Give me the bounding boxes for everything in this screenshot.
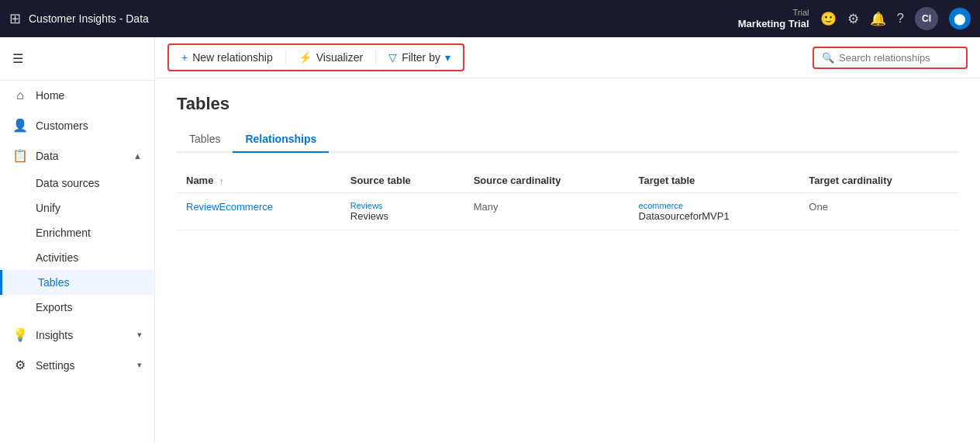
cell-name: ReviewEcommerce	[177, 193, 341, 230]
table-header: Name ↑ Source table Source cardinality T…	[177, 168, 958, 193]
insights-icon: 💡	[12, 327, 28, 342]
data-icon: 📋	[12, 148, 28, 163]
settings-icon[interactable]: ⚙	[847, 11, 859, 27]
help-icon[interactable]: ?	[897, 11, 904, 26]
content-area: Tables Tables Relationships Name ↑	[155, 78, 980, 443]
visualizer-label: Visualizer	[316, 51, 363, 64]
sidebar-item-unify-label: Unify	[36, 202, 60, 214]
search-input[interactable]	[839, 52, 958, 64]
dropdown-icon: ▾	[445, 51, 450, 64]
sidebar: ☰ ⌂ Home 👤 Customers 📋 Data ▲ Data sourc…	[0, 37, 155, 443]
sort-icon: ↑	[219, 177, 223, 185]
target-cardinality-value: One	[809, 201, 828, 213]
sidebar-item-insights[interactable]: 💡 Insights ▾	[0, 320, 154, 350]
tab-relationships[interactable]: Relationships	[233, 126, 329, 153]
search-icon: 🔍	[822, 52, 834, 64]
app-title: Customer Insights - Data	[29, 12, 730, 25]
table-row: ReviewEcommerce Reviews Reviews Many eco…	[177, 193, 958, 230]
page-title: Tables	[177, 94, 958, 114]
add-icon: +	[181, 51, 188, 64]
filter-by-label: Filter by	[402, 51, 440, 64]
settings-sidebar-icon: ⚙	[12, 358, 28, 372]
tab-tables[interactable]: Tables	[177, 126, 233, 153]
trial-info: Trial Marketing Trial	[738, 8, 809, 30]
sidebar-item-home[interactable]: ⌂ Home	[0, 81, 154, 110]
cell-target-table: ecommerce DatasourceforMVP1	[630, 193, 800, 230]
smiley-icon[interactable]: 🙂	[820, 11, 837, 27]
waffle-icon[interactable]: ⊞	[9, 10, 21, 27]
toolbar-actions-group: + New relationship ⚡ Visualizer ▽ Filter…	[167, 43, 464, 71]
new-relationship-button[interactable]: + New relationship	[172, 47, 282, 68]
sidebar-item-settings[interactable]: ⚙ Settings ▾	[0, 350, 154, 380]
app-icon[interactable]: ⬤	[949, 8, 971, 29]
topnav-right: Trial Marketing Trial 🙂 ⚙ 🔔 ? CI ⬤	[738, 7, 971, 30]
sidebar-hamburger[interactable]: ☰	[0, 45, 154, 72]
source-table-main: Reviews	[350, 210, 455, 222]
trial-label: Trial	[793, 8, 809, 18]
cell-target-cardinality: One	[799, 193, 958, 230]
target-table-sub: ecommerce	[639, 201, 791, 210]
sidebar-item-data-label: Data	[36, 150, 59, 162]
sidebar-item-enrichment-label: Enrichment	[36, 227, 91, 239]
visualizer-button[interactable]: ⚡ Visualizer	[289, 47, 372, 68]
col-target-table: Target table	[630, 168, 800, 193]
topnav: ⊞ Customer Insights - Data Trial Marketi…	[0, 0, 980, 37]
sidebar-item-customers[interactable]: 👤 Customers	[0, 110, 154, 140]
sidebar-item-data[interactable]: 📋 Data ▲	[0, 140, 154, 171]
avatar[interactable]: CI	[915, 7, 938, 30]
sidebar-item-data-sources-label: Data sources	[36, 177, 99, 189]
toolbar-separator-2	[375, 50, 376, 65]
data-chevron-icon: ▲	[133, 151, 142, 161]
toolbar: + New relationship ⚡ Visualizer ▽ Filter…	[155, 37, 980, 78]
main-content: + New relationship ⚡ Visualizer ▽ Filter…	[155, 37, 980, 443]
new-relationship-label: New relationship	[192, 51, 273, 64]
col-source-cardinality: Source cardinality	[464, 168, 630, 193]
target-table-main: DatasourceforMVP1	[639, 210, 791, 222]
bell-icon[interactable]: 🔔	[870, 11, 886, 27]
sidebar-item-activities-label: Activities	[36, 251, 78, 264]
relationships-table: Name ↑ Source table Source cardinality T…	[177, 168, 958, 230]
sidebar-item-settings-label: Settings	[36, 359, 75, 372]
home-icon: ⌂	[12, 88, 28, 102]
table-body: ReviewEcommerce Reviews Reviews Many eco…	[177, 193, 958, 230]
col-name: Name ↑	[177, 168, 341, 193]
search-box: 🔍	[813, 47, 968, 69]
body-layout: ☰ ⌂ Home 👤 Customers 📋 Data ▲ Data sourc…	[0, 37, 980, 443]
sidebar-group-data: 📋 Data ▲ Data sources Unify Enrichment A…	[0, 140, 154, 320]
sidebar-item-exports[interactable]: Exports	[0, 295, 154, 320]
tabs: Tables Relationships	[177, 126, 958, 153]
filter-by-button[interactable]: ▽ Filter by ▾	[379, 47, 460, 68]
sidebar-top: ☰	[0, 37, 154, 81]
source-table-sub: Reviews	[350, 201, 455, 210]
sidebar-item-tables[interactable]: Tables	[0, 270, 154, 295]
sidebar-item-data-sources[interactable]: Data sources	[0, 171, 154, 196]
insights-chevron-icon: ▾	[137, 330, 142, 340]
sidebar-item-unify[interactable]: Unify	[0, 196, 154, 220]
sidebar-item-exports-label: Exports	[36, 301, 72, 313]
col-target-cardinality: Target cardinality	[799, 168, 958, 193]
sidebar-item-tables-label: Tables	[38, 276, 69, 289]
cell-source-cardinality: Many	[464, 193, 630, 230]
sidebar-item-activities[interactable]: Activities	[0, 245, 154, 270]
cell-source-table: Reviews Reviews	[341, 193, 464, 230]
customers-icon: 👤	[12, 118, 28, 133]
visualizer-icon: ⚡	[298, 51, 312, 64]
sidebar-item-home-label: Home	[36, 89, 64, 102]
col-source-table: Source table	[341, 168, 464, 193]
header-row: Name ↑ Source table Source cardinality T…	[177, 168, 958, 193]
sidebar-item-customers-label: Customers	[36, 119, 88, 132]
settings-chevron-icon: ▾	[137, 360, 142, 370]
source-cardinality-value: Many	[474, 201, 499, 213]
filter-icon: ▽	[388, 51, 397, 64]
relationship-name-link[interactable]: ReviewEcommerce	[186, 201, 273, 213]
sidebar-item-insights-label: Insights	[36, 329, 73, 341]
sidebar-item-enrichment[interactable]: Enrichment	[0, 220, 154, 245]
trial-name: Marketing Trial	[738, 18, 809, 30]
toolbar-separator-1	[285, 50, 286, 65]
